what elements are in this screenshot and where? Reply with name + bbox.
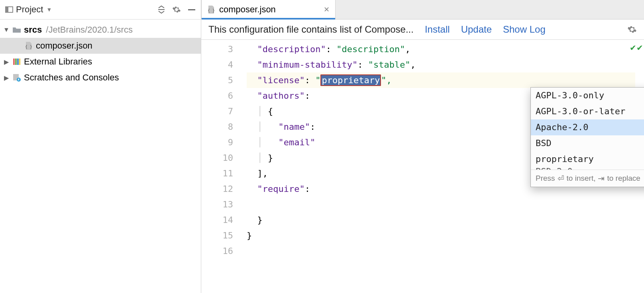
line-number[interactable]: 9	[201, 135, 247, 150]
tree-label: composer.json	[36, 41, 92, 51]
svg-rect-3	[188, 9, 195, 10]
sidebar-header: Project ▼	[0, 0, 201, 20]
line-number[interactable]: 7	[201, 104, 247, 119]
line-number[interactable]: 12	[201, 181, 247, 197]
scratches-icon	[12, 74, 22, 82]
line-number[interactable]: 11	[201, 166, 247, 181]
completion-hint: Press ⏎ to insert, ⇥ to replace ⋮	[531, 170, 644, 187]
tree-node-scratches[interactable]: ▶ Scratches and Consoles	[0, 70, 201, 86]
expander-closed-icon[interactable]: ▶	[3, 58, 10, 66]
libraries-icon	[12, 58, 22, 66]
tab-label: composer.json	[219, 4, 276, 15]
svg-rect-8	[19, 59, 20, 65]
svg-text:{ }: { }	[208, 8, 215, 13]
close-icon[interactable]: ✕	[324, 5, 330, 14]
tree-node-external-libraries[interactable]: ▶ External Libraries	[0, 54, 201, 70]
completion-item[interactable]: AGPL-3.0-only	[531, 88, 644, 104]
completion-item[interactable]: AGPL-3.0-or-later	[531, 104, 644, 119]
line-number[interactable]: 4	[201, 57, 247, 72]
select-opened-file-icon[interactable]	[157, 5, 166, 14]
tree-node-composer[interactable]: { } composer.json	[0, 38, 201, 54]
line-number[interactable]: 5	[201, 72, 247, 88]
svg-rect-7	[17, 59, 19, 65]
settings-icon[interactable]	[172, 5, 181, 14]
svg-rect-5	[13, 59, 15, 65]
editor-pane: { } composer.json ✕ This configuration f…	[201, 0, 644, 293]
tree-label: External Libraries	[24, 57, 92, 67]
line-number[interactable]: 10	[201, 150, 247, 166]
tab-key-icon: ⇥	[598, 174, 605, 183]
completion-item[interactable]: BSD	[531, 135, 644, 151]
install-link[interactable]: Install	[425, 24, 450, 35]
tree-path: /JetBrains/2020.1/srcs	[46, 25, 133, 35]
settings-icon[interactable]	[627, 25, 637, 34]
line-number[interactable]: 6	[201, 88, 247, 104]
tree-node-srcs[interactable]: ▼ srcs /JetBrains/2020.1/srcs	[0, 22, 201, 38]
inspection-ok-icon[interactable]: ✔✔	[630, 43, 643, 53]
line-number[interactable]: 14	[201, 212, 247, 228]
line-number[interactable]: 13	[201, 197, 247, 212]
tree-label: Scratches and Consoles	[24, 72, 119, 83]
project-tree[interactable]: ▼ srcs /JetBrains/2020.1/srcs { } compos…	[0, 20, 201, 86]
show-log-link[interactable]: Show Log	[503, 24, 546, 35]
folder-icon	[12, 26, 22, 33]
info-message: This configuration file contains list of…	[208, 24, 414, 35]
json-file-icon: { }	[207, 5, 215, 14]
hide-panel-icon[interactable]	[187, 5, 196, 14]
project-label: Project	[16, 4, 43, 15]
code-completion-popup[interactable]: AGPL-3.0-only AGPL-3.0-or-later Apache-2…	[530, 87, 644, 187]
expander-open-icon[interactable]: ▼	[3, 26, 10, 33]
svg-text:{ }: { }	[25, 45, 32, 49]
tab-composer-json[interactable]: { } composer.json ✕	[201, 0, 336, 19]
svg-rect-6	[15, 59, 17, 65]
line-number[interactable]: 15	[201, 228, 247, 243]
update-link[interactable]: Update	[461, 24, 492, 35]
completion-item[interactable]: proprietary	[531, 151, 644, 167]
expander-closed-icon[interactable]: ▶	[3, 74, 10, 82]
enter-key-icon: ⏎	[558, 174, 564, 183]
chevron-down-icon: ▼	[46, 6, 52, 13]
completion-item-selected[interactable]: Apache-2.0	[531, 119, 644, 135]
gutter[interactable]: 3 4 5 6 7 8 9 10 11 12 13 14 15 16	[201, 40, 247, 293]
completion-item[interactable]: BSD-2.0	[531, 167, 644, 170]
project-sidebar: Project ▼ ▼ srcs /JetBrains/2020.1/src	[0, 0, 201, 293]
line-number[interactable]: 8	[201, 119, 247, 135]
json-file-icon: { }	[24, 41, 33, 50]
project-dropdown[interactable]: Project ▼	[16, 4, 52, 15]
line-number[interactable]: 16	[201, 243, 247, 259]
svg-rect-1	[6, 7, 8, 12]
tab-bar: { } composer.json ✕	[201, 0, 644, 20]
composer-info-bar: This configuration file contains list of…	[201, 20, 644, 40]
tree-label: srcs	[24, 25, 42, 35]
selected-license-value: proprietary	[320, 74, 381, 86]
project-view-icon	[5, 5, 14, 14]
line-number[interactable]: 3	[201, 41, 247, 57]
